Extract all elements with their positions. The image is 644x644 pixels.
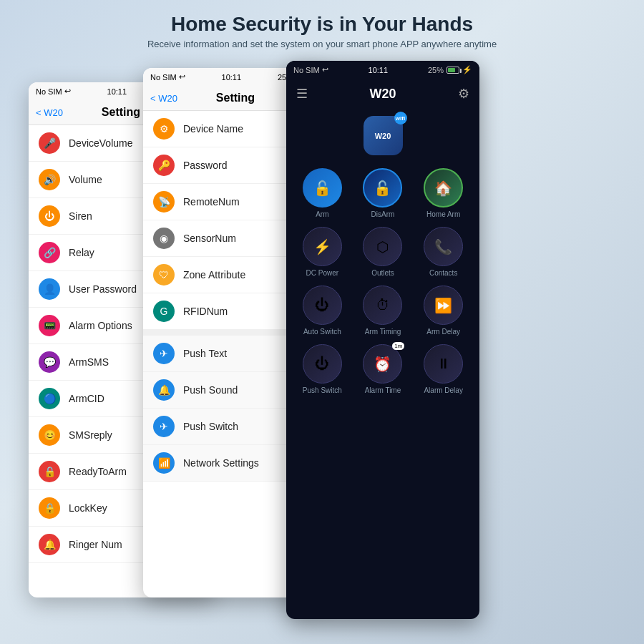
phone3-status-bar: No SIM ↩ 10:11 25% ⚡ [286,61,479,79]
phone1-back-button[interactable]: < W20 [36,107,63,118]
phone2-signal-icon: ↩ [179,72,185,82]
setting-label-2: Siren [69,210,92,222]
phone1-time: 10:11 [107,87,127,96]
setting-icon-8: 😊 [39,424,60,446]
w20-logo-text: W20 [375,132,391,140]
grid-btn-arm[interactable]: 🔓 Arm [296,168,348,218]
setting-icon-4: 👤 [39,278,60,300]
grid-btn-contacts[interactable]: 📞 Contacts [417,227,469,277]
grid-btn-label-7: Arm Timing [365,328,401,336]
grid-btn-label-3: DC Power [306,269,339,277]
phone3-status-left: No SIM ↩ [293,65,328,74]
grid-btn-label-1: DisArm [371,210,395,218]
hamburger-icon[interactable]: ☰ [296,86,308,102]
phone2-push-icon-1: 🔔 [153,379,175,401]
setting-icon-3: 🔗 [39,242,60,263]
phone1-sim: No SIM [36,87,62,96]
phone1-status-left: No SIM ↩ [36,87,71,96]
grid-btn-home-arm[interactable]: 🏠 Home Arm [417,168,469,218]
phone3-battery-icon [447,67,459,74]
setting-icon-1: 🔊 [39,169,60,190]
grid-btn-circle-11: ⏸ [424,344,463,384]
grid-btn-circle-1: 🔓 [363,168,402,208]
setting-icon-9: 🔒 [39,461,60,482]
phone3-sim: No SIM [293,66,320,74]
setting-label-10: LockKey [69,502,107,514]
page-subtitle: Receive information and set the system o… [0,39,644,49]
grid-btn-label-4: Outlets [371,269,394,277]
phone2-icon-4: 🛡 [153,264,175,286]
phone2-label-1: Password [183,160,227,171]
grid-btn-circle-2: 🏠 [424,168,463,208]
grid-btn-outlets[interactable]: ⬡ Outlets [357,227,409,277]
phone2-label-3: SensorNum [183,233,236,244]
phone3-time: 10:11 [369,66,389,74]
phone2-icon-3: ◉ [153,228,175,249]
grid-btn-circle-8: ⏩ [424,286,463,325]
setting-icon-11: 🔔 [39,534,60,555]
phone2-label-4: Zone Attribute [183,269,245,280]
grid-btn-label-11: Alarm Delay [424,386,462,394]
setting-label-0: DeviceVolume [69,137,133,149]
phone3-device-name: W20 [308,87,458,102]
page-header: Home Security is in Your Hands Receive i… [0,13,644,49]
grid-btn-arm-timing[interactable]: ⏱ Arm Timing [357,286,409,336]
grid-btn-circle-0: 🔓 [303,168,342,208]
phone3: No SIM ↩ 10:11 25% ⚡ ☰ W20 ⚙ wifi W20 � [286,61,479,619]
page-title: Home Security is in Your Hands [0,13,644,36]
phone2-push-icon-3: 📶 [153,452,175,474]
phone2-back-button[interactable]: < W20 [150,93,177,104]
grid-btn-arm-delay[interactable]: ⏩ Arm Delay [417,286,469,336]
grid-btn-disarm[interactable]: 🔓 DisArm [357,168,409,218]
grid-btn-push-switch[interactable]: ⏻ Push Switch [296,344,348,394]
setting-label-7: ArmCID [69,393,104,404]
phone2-push-label-0: Push Text [183,348,227,359]
phone2-label-0: Device Name [183,123,243,135]
grid-btn-circle-7: ⏱ [363,286,402,325]
phone3-battery-pct: 25% [428,66,444,74]
grid-btn-circle-5: 📞 [424,227,463,266]
phone2-push-icon-2: ✈ [153,416,175,437]
setting-icon-0: 🎤 [39,132,60,154]
grid-btn-dc-power[interactable]: ⚡ DC Power [296,227,348,277]
phone2-push-label-2: Push Switch [183,421,238,432]
grid-btn-alarm-time[interactable]: ⏰ 1m Alarm Time [357,344,409,394]
grid-btn-label-10: Alarm Time [365,386,401,394]
grid-btn-label-0: Arm [316,210,328,218]
setting-icon-10: 🔒 [39,497,60,519]
grid-btn-label-5: Contacts [429,269,457,277]
phone3-charging-icon: ⚡ [462,65,472,74]
grid-btn-auto-switch[interactable]: ⏻ Auto Switch [296,286,348,336]
phone2-push-label-1: Push Sound [183,384,238,396]
setting-label-6: ArmSMS [69,356,109,368]
grid-btn-circle-9: ⏻ [303,344,342,384]
wifi-badge: wifi [394,112,407,125]
phone2-icon-0: ⚙ [153,118,175,140]
w20-logo-area: wifi W20 [286,109,479,162]
phone2-label-5: RFIDNum [183,306,228,317]
phone2-icon-5: G [153,301,175,322]
setting-label-3: Relay [69,247,94,258]
grid-btn-label-9: Push Switch [303,386,342,394]
phone2-icon-1: 🔑 [153,155,175,176]
grid-btn-label-8: Arm Delay [426,328,460,336]
w20-logo: wifi W20 [364,116,403,155]
gear-icon[interactable]: ⚙ [458,86,469,102]
phone3-signal-icon: ↩ [322,65,328,74]
phone1-signal-icon: ↩ [64,87,71,96]
setting-label-5: Alarm Options [69,320,132,331]
phone2-status-left: No SIM ↩ [150,72,185,82]
setting-label-4: User Password [69,283,137,295]
grid-btn-label-6: Auto Switch [303,328,341,336]
phone2-label-2: RemoteNum [183,196,240,208]
phone2-time: 10:11 [222,73,242,82]
grid-btn-label-2: Home Arm [426,210,460,218]
grid-btn-circle-6: ⏻ [303,286,342,325]
grid-btn-alarm-delay[interactable]: ⏸ Alarm Delay [417,344,469,394]
phone2-sim: No SIM [150,73,177,82]
phone2-push-label-3: Network Settings [183,457,259,469]
grid-btn-circle-3: ⚡ [303,227,342,266]
setting-label-1: Volume [69,174,102,185]
setting-icon-7: 🔵 [39,388,60,409]
phone2-icon-2: 📡 [153,191,175,213]
